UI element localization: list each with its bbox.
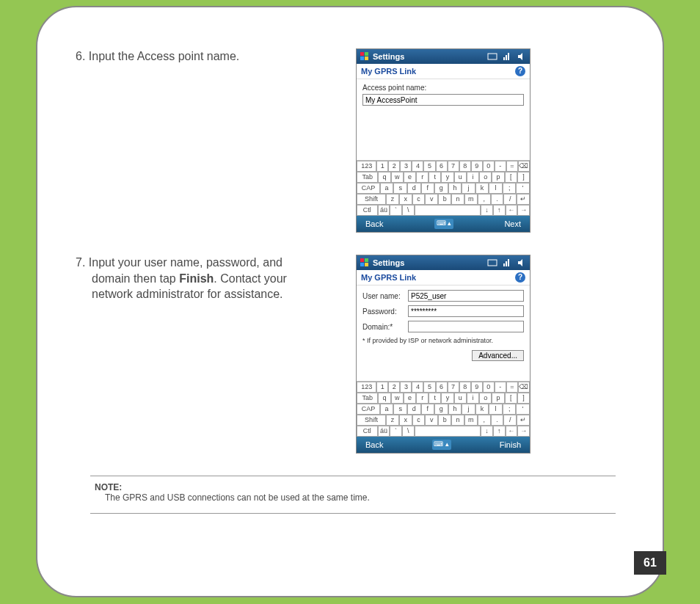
back-button[interactable]: Back [365,440,383,449]
key[interactable]: m [464,415,478,426]
key[interactable]: z [386,415,399,426]
key[interactable]: \ [402,426,415,437]
finish-button[interactable]: Finish [500,440,521,449]
key[interactable]: . [491,415,504,426]
password-input[interactable] [408,305,524,317]
key[interactable]: j [462,404,475,415]
key[interactable]: 1 [376,161,388,172]
key[interactable]: r [416,393,429,404]
next-button[interactable]: Next [504,219,521,228]
key[interactable]: 9 [471,161,483,172]
key[interactable]: 7 [448,382,459,393]
key[interactable]: - [495,161,506,172]
key[interactable]: l [489,404,503,415]
key[interactable]: s [393,404,407,415]
key[interactable]: 0 [483,382,495,393]
key-down[interactable]: ↓ [481,426,493,437]
key[interactable]: = [506,382,518,393]
key[interactable]: q [378,172,390,183]
key[interactable]: n [451,194,464,205]
key[interactable]: e [404,172,416,183]
key[interactable]: / [503,194,517,205]
key[interactable]: ' [516,183,530,194]
key[interactable]: 6 [436,161,448,172]
key[interactable]: , [478,415,491,426]
key[interactable]: - [495,382,506,393]
key[interactable]: 3 [400,161,412,172]
key[interactable]: p [492,172,504,183]
key-caps[interactable]: CAP [357,183,380,194]
key[interactable]: ` [390,205,402,216]
key[interactable]: 1 [376,382,388,393]
key[interactable]: = [506,161,518,172]
key[interactable]: c [412,415,426,426]
key[interactable]: 3 [400,382,412,393]
key-ctrl[interactable]: Ctl [357,426,378,437]
key[interactable]: o [479,393,492,404]
key[interactable]: z [386,194,399,205]
key-up[interactable]: ↑ [493,205,506,216]
key[interactable]: h [448,183,462,194]
key[interactable]: o [479,172,492,183]
key[interactable]: 6 [436,382,448,393]
key-intl[interactable]: áü [378,426,390,437]
key[interactable]: m [464,194,478,205]
key[interactable]: v [425,194,438,205]
key[interactable]: b [438,194,451,205]
key[interactable]: 8 [459,161,471,172]
key-space[interactable] [415,426,481,437]
key[interactable]: ; [503,183,517,194]
key[interactable]: h [448,404,462,415]
key[interactable]: 7 [448,161,459,172]
key[interactable]: 0 [483,161,495,172]
key[interactable]: 9 [471,382,483,393]
key[interactable]: x [399,194,412,205]
key[interactable]: , [478,194,491,205]
key-backspace[interactable]: ⌫ [518,382,530,393]
key[interactable]: i [467,172,479,183]
key[interactable]: j [462,183,475,194]
key[interactable]: u [454,172,467,183]
key-left[interactable]: ← [506,205,518,216]
key[interactable]: . [491,194,504,205]
key-intl[interactable]: áü [378,205,390,216]
key[interactable]: [ [505,393,517,404]
key[interactable]: d [407,404,421,415]
key[interactable]: k [475,183,489,194]
key[interactable]: d [407,183,421,194]
key[interactable]: 5 [423,382,435,393]
key[interactable]: q [378,393,390,404]
key-right[interactable]: → [517,205,530,216]
key[interactable]: p [492,393,504,404]
key[interactable]: g [434,183,448,194]
advanced-button[interactable]: Advanced... [472,350,524,361]
key[interactable]: s [393,183,407,194]
key[interactable]: ; [503,404,517,415]
key-tab[interactable]: Tab [357,172,378,183]
key[interactable]: 5 [423,161,435,172]
key[interactable]: w [391,393,404,404]
key[interactable]: ] [517,393,530,404]
key[interactable]: / [503,415,517,426]
key-shift[interactable]: Shift [357,194,386,205]
key[interactable]: f [421,404,435,415]
key[interactable]: ` [390,426,402,437]
key[interactable]: ' [516,404,530,415]
key-shift[interactable]: Shift [357,415,386,426]
sip-icon[interactable]: ⌨ ▴ [432,440,451,450]
key[interactable]: x [399,415,412,426]
key[interactable]: y [441,393,453,404]
username-input[interactable] [408,290,524,302]
key[interactable]: 123 [357,382,376,393]
key[interactable]: t [429,172,441,183]
key[interactable]: c [412,194,426,205]
key-backspace[interactable]: ⌫ [518,161,530,172]
key[interactable]: u [454,393,467,404]
key[interactable]: 123 [357,161,376,172]
sip-icon[interactable]: ⌨ ▴ [434,219,453,229]
key[interactable]: 4 [412,382,423,393]
onscreen-keyboard[interactable]: 1231234567890-=⌫ Tabqwertyuiop[] CAPasdf… [357,160,530,216]
key[interactable]: b [438,415,451,426]
key[interactable]: w [391,172,404,183]
key[interactable]: e [404,393,416,404]
